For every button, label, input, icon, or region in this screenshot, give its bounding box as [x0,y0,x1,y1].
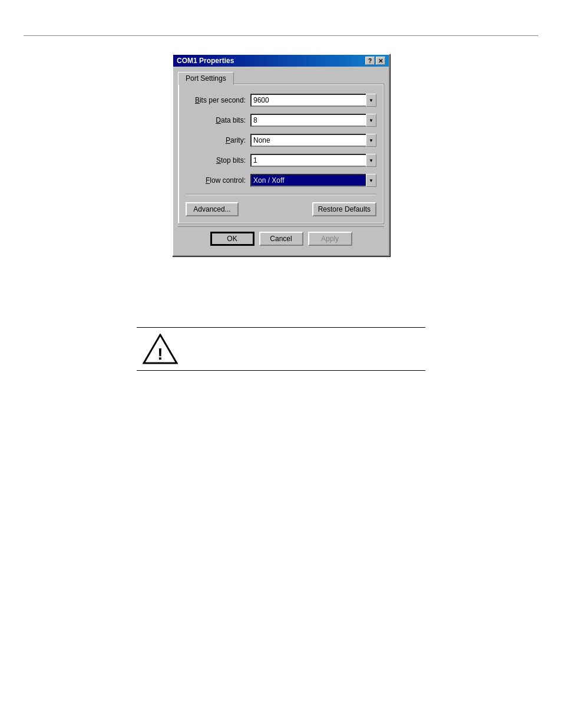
data-bits-row: Data bits: 8 567 ▼ [186,114,376,127]
data-bits-select-container: 8 567 ▼ [250,114,376,127]
dialog-bottom-buttons: OK Cancel Apply [178,226,384,251]
stop-bits-select-container: 1 1.52 ▼ [250,154,376,167]
parity-row: Parity: None OddEvenMarkSpace ▼ [186,134,376,147]
cancel-button[interactable]: Cancel [259,232,303,246]
parity-label: Parity: [186,136,250,144]
flow-control-select[interactable]: Xon / Xoff NoneHardware [250,174,376,187]
com1-properties-dialog: COM1 Properties ? ✕ Port Settings Bits p… [172,54,390,256]
tab-port-settings[interactable]: Port Settings [178,72,234,85]
stop-bits-row: Stop bits: 1 1.52 ▼ [186,154,376,167]
tab-content-port-settings: Bits per second: 9600 110300600 12002400… [178,84,384,224]
stop-bits-label: Stop bits: [186,156,250,164]
dialog-area: COM1 Properties ? ✕ Port Settings Bits p… [0,54,562,256]
top-divider [24,35,538,36]
tab-strip: Port Settings [178,71,384,84]
bits-per-second-label: Bits per second: [186,96,250,104]
data-bits-select[interactable]: 8 567 [250,114,376,127]
advanced-button[interactable]: Advanced... [186,202,239,216]
inner-buttons: Advanced... Restore Defaults [186,202,376,216]
dialog-body: Port Settings Bits per second: 9600 1103… [173,67,389,255]
help-button[interactable]: ? [365,57,375,65]
warning-triangle-icon: ! [143,334,178,364]
dialog-title: COM1 Properties [177,57,234,65]
apply-button[interactable]: Apply [308,232,352,246]
warning-box: ! [137,327,425,371]
flow-control-label: Flow control: [186,176,250,185]
close-button[interactable]: ✕ [376,57,385,65]
form-divider [186,194,376,195]
restore-defaults-button[interactable]: Restore Defaults [312,202,376,216]
stop-bits-select[interactable]: 1 1.52 [250,154,376,167]
dialog-titlebar: COM1 Properties ? ✕ [173,55,389,67]
flow-control-select-container: Xon / Xoff NoneHardware ▼ [250,174,376,187]
bits-per-second-select[interactable]: 9600 110300600 120024004800 144001920038… [250,94,376,107]
flow-control-row: Flow control: Xon / Xoff NoneHardware ▼ [186,174,376,187]
bits-per-second-row: Bits per second: 9600 110300600 12002400… [186,94,376,107]
parity-select-container: None OddEvenMarkSpace ▼ [250,134,376,147]
titlebar-buttons: ? ✕ [365,57,385,65]
ok-button[interactable]: OK [210,232,254,246]
warning-section: ! [0,327,562,371]
data-bits-label: Data bits: [186,116,250,124]
parity-select[interactable]: None OddEvenMarkSpace [250,134,376,147]
bits-per-second-select-container: 9600 110300600 120024004800 144001920038… [250,94,376,107]
svg-text:!: ! [157,345,163,363]
